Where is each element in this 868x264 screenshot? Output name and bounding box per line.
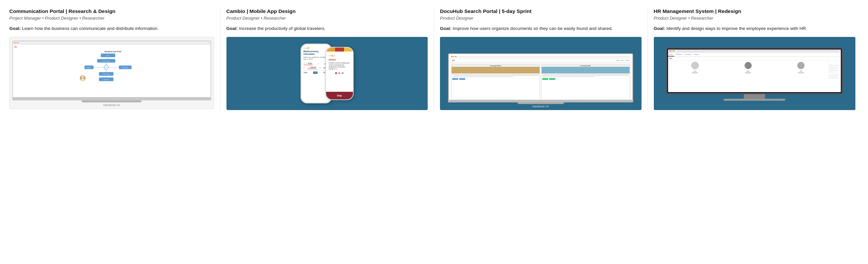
imac-max [674, 50, 675, 52]
macbook3-screen: RC HomeDocsSearch Homepage Before [448, 53, 633, 100]
imac-screen: Home Employees Documents Reports RC [666, 48, 843, 94]
project-title-2: Cambio | Mobile App Design [226, 8, 428, 15]
macbook-content-1: RC Standard User Flow Start User Login A… [13, 45, 211, 91]
project-image-1: RC Standard User Flow Start User Login A… [9, 37, 214, 109]
portfolio-item-docuhub[interactable]: DocuHub Search Portal | 5-day Sprint Pro… [434, 8, 648, 110]
tab-home: Home [668, 53, 674, 56]
after-line-1 [542, 74, 629, 75]
svg-text:Distribute: Distribute [103, 79, 109, 80]
portfolio-item-cambio[interactable]: Cambio | Mobile App Design Product Desig… [220, 8, 434, 110]
imac-url [677, 50, 839, 52]
portfolio-item-comm-portal[interactable]: Communication Portal | Research & Design… [7, 8, 220, 110]
dot-1 [335, 72, 337, 74]
min-btn [453, 56, 455, 57]
project-goal-1: Goal: Learn how the business can communi… [9, 25, 214, 32]
macbook-stand-1 [82, 100, 142, 102]
project-image-2: ●●● ▶ 📶 Multicurrency Calculator Rates l… [226, 37, 428, 110]
project-image-3: RC HomeDocsSearch Homepage Before [440, 37, 642, 110]
svg-text:Start: Start [106, 55, 110, 56]
total-label: Total [304, 72, 308, 74]
after-action-buttons [542, 78, 629, 80]
svg-text:Standard User Flow: Standard User Flow [104, 50, 122, 52]
imac-min [672, 50, 673, 52]
portfolio-item-hr[interactable]: HR Management System | Redesign Product … [648, 8, 862, 110]
svg-text:Auth?: Auth? [104, 67, 108, 68]
after-btn-2 [549, 78, 555, 80]
homepage-sections: Homepage Before [450, 63, 631, 100]
amount-input-2: 100.00 [308, 66, 317, 69]
avatar-3 [797, 62, 805, 69]
imac-header-bar [668, 50, 841, 53]
macbook-screen-1: RC Standard User Flow Start User Login A… [12, 41, 211, 97]
hello-text: Hello! [329, 58, 350, 61]
project-image-4: Home Employees Documents Reports RC [654, 37, 856, 110]
quote-text: " [829, 62, 839, 64]
profile-col-3: JoshEmployee [775, 62, 827, 79]
tab-reports: Reports [693, 53, 700, 56]
after-btn-1 [542, 78, 548, 80]
cambio-description: Cambio is the first multipurpose currenc… [329, 62, 350, 71]
project-title-4: HR Management System | Redesign [654, 8, 856, 15]
project-goal-4: Goal: Identify and design ways to improv… [654, 25, 856, 32]
carousel-dots [329, 71, 350, 76]
tab-docs: Documents [684, 53, 693, 56]
avatar-1 [691, 62, 699, 69]
skip-button[interactable]: Skip [326, 92, 353, 99]
app-logo-3: RC [452, 59, 455, 61]
goal-label-2: Goal: [226, 26, 238, 31]
content-line-1 [452, 74, 539, 75]
card4-image: Home Employees Documents Reports RC [654, 37, 856, 110]
second-quote [829, 74, 839, 78]
profile-col-2: NanaEmployee [722, 62, 774, 79]
amount-input-1: 5.00 [304, 62, 313, 65]
equals-sign-2: = [319, 67, 320, 69]
browser-bar-1 [13, 41, 211, 45]
macbook3-base [448, 100, 633, 102]
imac-content: JuanEmployee NanaEmployee JoshEmployee [668, 60, 841, 80]
svg-text:Register: Register [86, 67, 91, 68]
imac-stand-neck [744, 94, 765, 99]
svg-point-22 [82, 76, 84, 78]
action-buttons [452, 78, 539, 80]
project-goal-2: Goal: Increase the productivity of globa… [226, 25, 428, 32]
goal-text-2: Increase the productivity of global trav… [239, 26, 326, 31]
text-line-8 [829, 77, 838, 78]
svg-text:Dashboard: Dashboard [122, 67, 128, 68]
phone2-screen: ●●● 📶 🔋 Hello! Cambio is the first multi… [326, 48, 353, 99]
portfolio-grid: Communication Portal | Research & Design… [0, 0, 868, 118]
maximize-dot [17, 42, 18, 43]
macbook3-header [450, 55, 631, 58]
goal-label-1: Goal: [9, 26, 21, 31]
content-line-3 [452, 77, 513, 77]
flowchart-svg: Standard User Flow Start User Login Auth… [14, 49, 209, 89]
window-controls-1 [14, 42, 18, 43]
goal-label-3: Goal: [440, 26, 452, 31]
app-tabs [326, 48, 353, 52]
action-btn-1 [452, 78, 458, 80]
after-content [541, 74, 629, 80]
max-btn [455, 56, 457, 57]
goal-label-4: Goal: [654, 26, 665, 31]
project-title-1: Communication Portal | Research & Design [9, 8, 214, 15]
imac-mockup: Home Employees Documents Reports RC [666, 48, 843, 101]
svg-point-23 [81, 78, 85, 81]
total-currency: CNY [313, 72, 318, 74]
dot-3 [342, 72, 344, 74]
app-header-bar: RC HomeDocsSearch [450, 58, 631, 63]
project-title-3: DocuHub Search Portal | 5-day Sprint [440, 8, 642, 15]
text-line-2 [829, 67, 838, 68]
apple-logo-icon:  [723, 99, 785, 101]
project-roles-2: Product Designer • Researcher [226, 15, 428, 21]
imac-screen-inner: Home Employees Documents Reports RC [668, 50, 841, 92]
card3-image: RC HomeDocsSearch Homepage Before [440, 37, 642, 110]
url-display [458, 56, 630, 57]
svg-text:User Login: User Login [103, 60, 110, 62]
macbook-base-1 [12, 97, 211, 100]
card2-image: ●●● ▶ 📶 Multicurrency Calculator Rates l… [226, 37, 428, 110]
imac-logo: RC [668, 57, 841, 60]
url-bar-1 [19, 42, 209, 44]
content-line-2 [452, 75, 539, 76]
avatar-2 [744, 62, 752, 69]
profile-name-1: JuanEmployee [692, 70, 698, 74]
imac-close [670, 50, 671, 52]
